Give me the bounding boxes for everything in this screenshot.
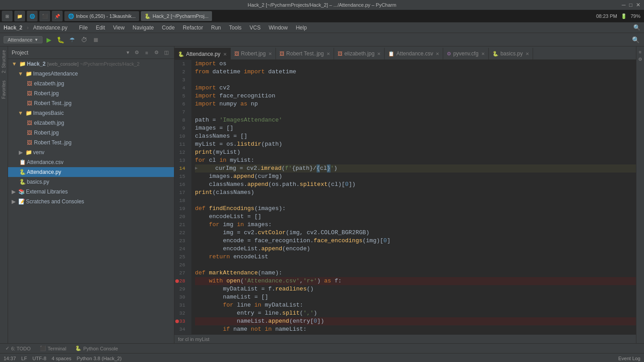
tree-item-roberttest1[interactable]: 🖼 Robert Test..jpg bbox=[8, 98, 174, 108]
project-expand-button[interactable]: ◫ bbox=[162, 49, 170, 57]
line-num-29: 29 bbox=[174, 285, 188, 293]
line-num-10: 10 bbox=[174, 132, 188, 140]
tab-elizabeth-jpg-close[interactable]: ✕ bbox=[377, 51, 381, 56]
tree-item-roberttest2[interactable]: 🖼 Robert Test..jpg bbox=[8, 138, 174, 147]
status-python-version[interactable]: Python 3.8 (Hack_2) bbox=[77, 356, 122, 361]
menu-code[interactable]: Code bbox=[158, 24, 178, 32]
menu-refactor[interactable]: Refactor bbox=[179, 24, 207, 32]
bottom-tab-todo[interactable]: ✓ 6: TODO bbox=[2, 345, 34, 353]
project-settings-button[interactable]: ⚙ bbox=[133, 49, 141, 57]
tree-item-external-libs[interactable]: ▶ 📚 External Libraries bbox=[8, 187, 174, 197]
taskbar-item-inbox[interactable]: 🌐 Inbox (6,250) - 13kaushik... bbox=[64, 11, 139, 21]
run-config-selector[interactable]: Attendance ▼ bbox=[4, 36, 42, 43]
code-editor[interactable]: 1 2 3 4 5 6 7 8 9 10 11 12 13 14 15 16 1… bbox=[174, 60, 636, 334]
close-button[interactable]: ✕ bbox=[636, 2, 640, 8]
line-num-6: 6 bbox=[174, 100, 188, 108]
tab-attendance-csv[interactable]: 📋 Attendance.csv ✕ bbox=[385, 48, 443, 59]
menu-run[interactable]: Run bbox=[208, 24, 225, 32]
tree-item-scratches[interactable]: ▶ 📝 Scratches and Consoles bbox=[8, 197, 174, 206]
project-sort-button[interactable]: ≡ bbox=[143, 49, 151, 57]
code-line-20: encodeList = [] bbox=[195, 213, 636, 221]
line-num-14: 14 bbox=[174, 164, 188, 173]
code-content[interactable]: import os from datetime import datetime … bbox=[191, 60, 636, 334]
run-button[interactable]: ▶ bbox=[44, 35, 54, 45]
project-panel: Project ▼ ⚙ ≡ ⚙ ◫ ▼ 📁 Hack_2 [web_consol… bbox=[8, 46, 174, 343]
debug-button[interactable]: 🐛 bbox=[56, 35, 66, 45]
tree-item-venv[interactable]: ▶ 📁 venv bbox=[8, 147, 174, 157]
tab-pyvenv-cfg[interactable]: ⚙ pyvenv.cfg ✕ bbox=[443, 48, 488, 59]
tree-item-elizabeth2[interactable]: 🖼 elizabeth.jpg bbox=[8, 118, 174, 128]
start-button[interactable]: ⊞ bbox=[2, 11, 13, 21]
line-num-4: 4 bbox=[174, 84, 188, 92]
tree-item-attendance-csv[interactable]: 📋 Attendance.csv bbox=[8, 157, 174, 167]
code-line-15: images.append(curImg) bbox=[195, 173, 636, 181]
tab-elizabeth-jpg[interactable]: 🖼 elizabeth.jpg ✕ bbox=[334, 48, 385, 59]
line-num-7: 7 bbox=[174, 108, 188, 116]
tab-jpg-icon: 🖼 bbox=[338, 51, 343, 56]
maximize-button[interactable]: □ bbox=[629, 2, 632, 8]
menu-file[interactable]: File bbox=[76, 24, 91, 32]
profile-button[interactable]: ⏱ bbox=[79, 35, 89, 45]
status-lf[interactable]: LF bbox=[21, 356, 27, 361]
code-line-18 bbox=[195, 197, 636, 205]
right-icon-1[interactable]: ≡ bbox=[637, 48, 644, 55]
vtab-favorites[interactable]: Favorites bbox=[0, 77, 8, 102]
tab-attendance-py[interactable]: 🐍 Attendance.py ✕ bbox=[174, 48, 231, 59]
code-line-21: for img in images: bbox=[195, 221, 636, 229]
menu-edit[interactable]: Edit bbox=[92, 24, 109, 32]
tab-robert-jpg[interactable]: 🖼 Robert.jpg ✕ bbox=[231, 48, 276, 59]
stop-button[interactable]: ⏹ bbox=[91, 35, 101, 45]
tab-robert-jpg-close[interactable]: ✕ bbox=[268, 51, 272, 56]
tree-item-images-attendance[interactable]: ▼ 📁 ImagesAttendance bbox=[8, 69, 174, 79]
todo-icon: ✓ bbox=[5, 345, 9, 351]
vtab-structure[interactable]: 2: Structure bbox=[0, 46, 8, 77]
menu-tools[interactable]: Tools bbox=[225, 24, 245, 32]
tab-pyvenv-cfg-close[interactable]: ✕ bbox=[481, 51, 485, 56]
tree-item-elizabeth1[interactable]: 🖼 elizabeth.jpg bbox=[8, 79, 174, 88]
tree-item-robert2[interactable]: 🖼 Robert.jpg bbox=[8, 128, 174, 138]
taskbar-item-pycharm[interactable]: 🐍 Hack_2 [~/PycharmProj... bbox=[141, 11, 212, 21]
taskbar-icon-1[interactable]: 📁 bbox=[14, 11, 25, 21]
menu-vcs[interactable]: VCS bbox=[246, 24, 264, 32]
tab-attendance-csv-close[interactable]: ✕ bbox=[436, 51, 439, 56]
status-encoding[interactable]: UTF-8 bbox=[32, 356, 46, 361]
line-num-3: 3 bbox=[174, 76, 188, 84]
tab-roberttest-jpg[interactable]: 🖼 Robert Test..jpg ✕ bbox=[276, 48, 334, 59]
taskbar-icon-4[interactable]: 📌 bbox=[52, 11, 63, 21]
menu-navigate[interactable]: Navigate bbox=[129, 24, 157, 32]
jpg-icon: 🖼 bbox=[26, 80, 33, 87]
tree-item-attendance-py[interactable]: 🐍 Attendance.py bbox=[8, 167, 174, 177]
tree-item-root[interactable]: ▼ 📁 Hack_2 [web_console] ~/PycharmProjec… bbox=[8, 59, 174, 69]
search-everywhere-icon[interactable]: 🔍 bbox=[633, 24, 640, 31]
taskbar-icon-2[interactable]: 🌐 bbox=[27, 11, 38, 21]
menu-view[interactable]: View bbox=[110, 24, 128, 32]
status-lf-label: LF bbox=[21, 356, 27, 361]
tab-roberttest-jpg-close[interactable]: ✕ bbox=[326, 51, 330, 56]
tab-attendance-py-close[interactable]: ✕ bbox=[223, 52, 227, 57]
coverage-button[interactable]: ☂ bbox=[68, 35, 77, 45]
bottom-tab-terminal[interactable]: ⬛ Terminal bbox=[36, 345, 70, 353]
bottom-tab-python-console[interactable]: 🐍 Python Console bbox=[72, 345, 122, 353]
status-indent[interactable]: 4 spaces bbox=[52, 356, 72, 361]
taskbar-icon-3[interactable]: ⬛ bbox=[39, 11, 50, 21]
menu-help[interactable]: Help bbox=[292, 24, 310, 32]
line-num-33: 33 bbox=[174, 317, 188, 325]
tree-item-basics-py[interactable]: 🐍 basics.py bbox=[8, 177, 174, 187]
status-python-version-label: Python 3.8 (Hack_2) bbox=[77, 356, 122, 361]
menu-window[interactable]: Window bbox=[265, 24, 292, 32]
line-num-8: 8 bbox=[174, 116, 188, 124]
status-line-col[interactable]: 14:37 bbox=[4, 356, 16, 361]
project-gear-button[interactable]: ⚙ bbox=[153, 49, 161, 57]
minimize-button[interactable]: ─ bbox=[622, 2, 626, 8]
line-num-22: 22 bbox=[174, 229, 188, 237]
find-button[interactable]: 🔍 bbox=[631, 35, 640, 45]
tab-basics-py-close[interactable]: ✕ bbox=[525, 51, 529, 56]
tree-item-robert1[interactable]: 🖼 Robert.jpg bbox=[8, 88, 174, 98]
code-line-4: import cv2 bbox=[195, 84, 636, 92]
tab-basics-py[interactable]: 🐍 basics.py ✕ bbox=[489, 48, 533, 59]
tree-item-images-basic[interactable]: ▼ 📁 ImagesBasic bbox=[8, 108, 174, 118]
code-line-1: import os bbox=[195, 60, 636, 68]
status-event-log[interactable]: Event Log bbox=[618, 356, 640, 361]
jpg-icon: 🖼 bbox=[26, 100, 33, 107]
right-icon-2[interactable]: ⚙ bbox=[637, 55, 644, 63]
